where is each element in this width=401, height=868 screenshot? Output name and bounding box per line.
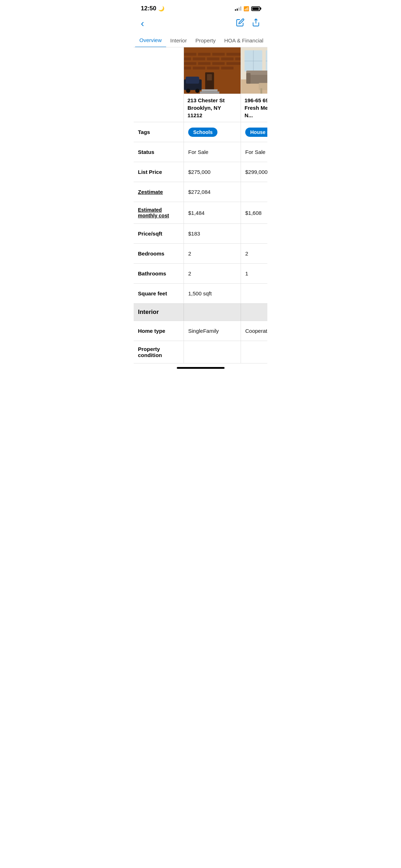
svg-rect-8 [193,57,205,60]
svg-rect-16 [184,67,191,69]
home-type-cell-1: SingleFamily [184,321,241,341]
sqft-cell-2 [241,284,267,303]
svg-rect-6 [226,53,241,56]
price-sqft-cell-2 [241,224,267,243]
svg-rect-23 [200,92,220,94]
edit-button[interactable] [236,18,245,29]
bathrooms-row: Bathrooms 2 1 [134,264,267,284]
svg-rect-17 [193,67,205,69]
svg-rect-19 [221,67,233,69]
property-condition-cell-2 [241,341,267,363]
property-header-row: 213 Chester St Brooklyn, NY 11212 [134,47,267,122]
bedrooms-row: Bedrooms 2 2 [134,244,267,264]
zestimate-label[interactable]: Zestimate [134,182,184,202]
property-address-1: 213 Chester St Brooklyn, NY 11212 [184,94,241,122]
home-type-label: Home type [134,321,184,341]
zestimate-cell-1: $272,084 [184,182,241,202]
svg-point-27 [195,89,200,93]
svg-rect-43 [259,83,267,90]
svg-rect-9 [207,57,220,60]
svg-rect-15 [226,62,241,65]
svg-rect-25 [186,77,199,84]
moon-icon: 🌙 [158,6,164,11]
sqft-row: Square feet 1,500 sqft [134,284,267,304]
tags-cell-2[interactable]: House size [241,122,267,142]
status-time: 12:50 [141,5,156,12]
svg-rect-22 [202,89,218,92]
property-condition-row: Property condition [134,341,267,363]
svg-rect-10 [221,57,233,60]
tags-row: Tags Schools House size [134,122,267,142]
tab-interior[interactable]: Interior [166,34,191,47]
home-bar [177,367,225,369]
monthly-cost-label[interactable]: Estimated monthly cost [134,202,184,223]
list-price-cell-2: $299,000 [241,162,267,182]
property-condition-cell-1 [184,341,241,363]
battery-icon [251,6,260,11]
price-sqft-row: Price/sqft $183 [134,224,267,244]
home-indicator [134,363,267,371]
share-button[interactable] [252,18,260,29]
price-sqft-cell-1: $183 [184,224,241,243]
home-type-cell-2: Cooperative [241,321,267,341]
price-sqft-label: Price/sqft [134,224,184,243]
svg-rect-12 [184,62,196,65]
bathrooms-label: Bathrooms [134,264,184,283]
monthly-cost-cell-1: $1,484 [184,202,241,223]
tab-hoa[interactable]: HOA & Financial [220,34,267,47]
tab-overview[interactable]: Overview [135,33,166,47]
property-image-1[interactable] [184,47,241,94]
sqft-cell-1: 1,500 sqft [184,284,241,303]
svg-rect-7 [184,57,191,60]
property-address-2: 196-65 69th Ave #1 Fresh Meadows, N... [241,94,267,122]
svg-rect-14 [212,62,225,65]
tag-schools[interactable]: Schools [188,128,217,137]
svg-rect-41 [246,73,251,84]
interior-section-header: Interior [134,304,267,321]
bedrooms-cell-1: 2 [184,244,241,263]
tags-cell-1[interactable]: Schools [184,122,241,142]
svg-rect-11 [235,57,241,60]
zestimate-cell-2 [241,182,267,202]
nav-bar: ‹ [134,15,267,33]
property-condition-label: Property condition [134,341,184,363]
interior-section-cell-1 [184,304,241,321]
property-image-2[interactable] [241,47,267,94]
tabs: Overview Interior Property HOA & Financi… [134,33,267,47]
property-col-1: 213 Chester St Brooklyn, NY 11212 [184,47,241,122]
comparison-table: 213 Chester St Brooklyn, NY 11212 [134,47,267,363]
bedrooms-label: Bedrooms [134,244,184,263]
svg-rect-5 [212,53,225,56]
svg-rect-18 [207,67,220,69]
bathrooms-cell-2: 1 [241,264,267,283]
back-button[interactable]: ‹ [141,18,144,29]
tab-property[interactable]: Property [191,34,220,47]
nav-actions [236,18,260,29]
list-price-cell-1: $275,000 [184,162,241,182]
zestimate-row: Zestimate $272,084 [134,182,267,202]
monthly-cost-cell-2: $1,608 [241,202,267,223]
svg-rect-4 [198,53,211,56]
status-row: Status For Sale For Sale [134,142,267,162]
header-label-col [134,47,184,122]
status-cell-2: For Sale [241,142,267,162]
svg-point-26 [186,89,190,93]
status-bar: 12:50 🌙 📶 [134,0,267,15]
interior-section-cell-2 [241,304,267,321]
status-cell-1: For Sale [184,142,241,162]
property-col-2: 196-65 69th Ave #1 Fresh Meadows, N... [241,47,267,122]
list-price-row: List Price $275,000 $299,000 [134,162,267,182]
interior-section-title: Interior [134,304,184,321]
wifi-icon: 📶 [243,6,249,11]
tag-house-size[interactable]: House size [245,128,267,137]
list-price-label: List Price [134,162,184,182]
monthly-cost-row: Estimated monthly cost $1,484 $1,608 [134,202,267,224]
sqft-label: Square feet [134,284,184,303]
svg-rect-3 [184,53,196,56]
svg-rect-21 [207,74,212,81]
status-icons: 📶 [235,6,260,11]
svg-rect-44 [261,88,262,94]
home-type-row: Home type SingleFamily Cooperative [134,321,267,341]
signal-icon [235,6,241,11]
svg-rect-13 [198,62,211,65]
